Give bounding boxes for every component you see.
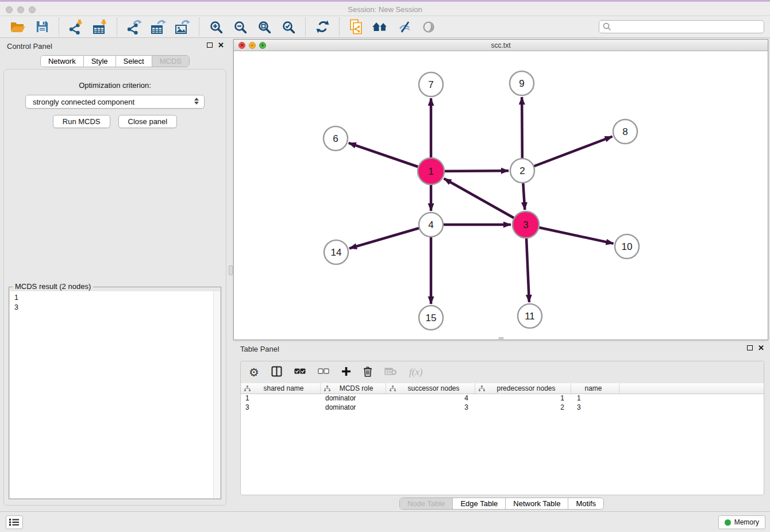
show-panels-button[interactable] — [6, 515, 23, 529]
new-network-file-button[interactable] — [348, 18, 365, 36]
import-table-button[interactable] — [91, 18, 109, 36]
cell-successor-nodes[interactable]: 3 — [386, 403, 475, 413]
graph-node-label: 7 — [428, 79, 433, 90]
float-panel-icon[interactable] — [207, 43, 213, 48]
result-scrollbar[interactable] — [213, 291, 220, 498]
criterion-dropdown-value: strongly connected component — [33, 98, 134, 106]
tab-motifs[interactable]: Motifs — [568, 498, 603, 509]
tab-node-table[interactable]: Node Table — [400, 498, 453, 509]
list-icon — [9, 518, 20, 526]
network-graph[interactable]: 7968124314101511 — [234, 51, 768, 340]
cell-predecessor-nodes[interactable]: 2 — [475, 403, 571, 413]
fit-content-button[interactable] — [256, 18, 273, 36]
network-canvas[interactable]: 7968124314101511 — [234, 51, 768, 340]
zoom-in-button[interactable] — [207, 18, 225, 36]
import-network-button[interactable] — [67, 18, 84, 36]
column-header-name[interactable]: name — [571, 383, 619, 394]
zoom-in-icon — [209, 20, 223, 34]
close-panel-button[interactable]: Close panel — [118, 115, 178, 128]
graph-node-label: 4 — [428, 219, 433, 230]
deselect-all-button[interactable] — [318, 367, 329, 377]
memory-status-icon — [725, 519, 731, 526]
show-view-button[interactable] — [420, 18, 437, 36]
save-session-button[interactable] — [33, 18, 51, 36]
graph-edge-2-8[interactable] — [522, 137, 613, 171]
tree-icon — [324, 385, 330, 392]
cell-successor-nodes[interactable]: 4 — [386, 394, 475, 403]
split-divider-grip[interactable] — [229, 265, 233, 275]
open-file-button[interactable] — [9, 18, 26, 36]
mcds-result-item[interactable]: 3 — [14, 303, 220, 313]
memory-label: Memory — [734, 518, 759, 526]
column-header-predecessor-nodes[interactable]: predecessor nodes — [475, 383, 571, 394]
tab-network[interactable]: Network — [41, 56, 84, 67]
tab-mcds[interactable]: MCDS — [152, 56, 189, 67]
toolbar-separator — [339, 18, 340, 36]
table-row[interactable]: 3 dominator 3 2 3 — [241, 403, 764, 413]
table-panel-title: Table Panel — [240, 345, 279, 353]
close-table-panel-icon[interactable]: ✕ — [758, 345, 764, 351]
cell-name[interactable]: 3 — [571, 403, 619, 413]
search-input[interactable] — [599, 20, 764, 33]
column-header-successor-nodes[interactable]: successor nodes — [386, 383, 475, 394]
float-table-panel-icon[interactable] — [747, 345, 753, 350]
table-settings-button[interactable]: ⚙ — [249, 367, 259, 378]
add-column-button[interactable] — [341, 367, 351, 379]
zoom-out-button[interactable] — [232, 18, 249, 36]
mcds-result-list[interactable]: 1 3 — [10, 291, 220, 498]
select-all-button[interactable] — [294, 367, 306, 377]
cell-shared-name[interactable]: 1 — [241, 394, 321, 403]
search-icon — [603, 22, 611, 31]
memory-button[interactable]: Memory — [718, 515, 765, 529]
mcds-result-item[interactable]: 1 — [14, 293, 220, 303]
column-header-shared-name[interactable]: shared name — [241, 383, 321, 394]
tab-edge-table[interactable]: Edge Table — [453, 498, 506, 509]
home-button[interactable] — [372, 18, 389, 36]
run-mcds-button[interactable]: Run MCDS — [53, 115, 110, 128]
cell-mcds-role[interactable]: dominator — [321, 403, 386, 413]
node-table-container: ⚙ — [240, 361, 764, 495]
refresh-icon — [315, 20, 330, 34]
show-columns-button[interactable] — [271, 366, 282, 379]
column-header-mcds-role[interactable]: MCDS role — [321, 383, 386, 394]
delete-table-button[interactable] — [384, 367, 397, 378]
homes-icon — [372, 21, 389, 33]
tree-icon — [479, 385, 485, 392]
tab-style[interactable]: Style — [84, 56, 116, 67]
apply-layout-button[interactable] — [314, 18, 331, 36]
tree-icon — [244, 385, 251, 392]
tab-network-table[interactable]: Network Table — [506, 498, 568, 509]
control-panel: Control Panel ✕ Network Style Select MCD… — [0, 39, 230, 508]
toolbar-separator — [199, 18, 199, 36]
close-panel-icon[interactable]: ✕ — [218, 42, 224, 48]
graph-node-label: 9 — [519, 78, 524, 89]
trash-icon — [363, 366, 372, 377]
mcds-panel: Optimization criterion: strongly connect… — [3, 69, 226, 506]
export-table-button[interactable] — [149, 18, 167, 36]
network-window-titlebar[interactable]: ✕ − + scc.txt — [234, 40, 768, 51]
cell-name[interactable]: 1 — [571, 394, 619, 403]
delete-column-button[interactable] — [363, 366, 372, 379]
zoom-selected-button[interactable] — [280, 18, 297, 36]
tree-icon — [390, 385, 396, 392]
export-image-button[interactable] — [174, 18, 191, 36]
cell-mcds-role[interactable]: dominator — [321, 394, 386, 403]
window-titlebar: Session: New Session — [0, 0, 770, 16]
network-resize-grip[interactable] — [499, 337, 503, 340]
network-export-icon — [126, 20, 142, 34]
table-panel: Table Panel ✕ ⚙ — [233, 342, 770, 511]
unchecked-boxes-icon — [318, 367, 329, 375]
cell-shared-name[interactable]: 3 — [241, 403, 321, 413]
cell-predecessor-nodes[interactable]: 1 — [475, 394, 571, 403]
graph-edge-3-1[interactable] — [444, 179, 526, 225]
hide-style-button[interactable] — [396, 18, 413, 36]
function-builder-button[interactable]: f(x) — [409, 367, 423, 378]
table-row[interactable]: 1 dominator 4 1 1 — [241, 394, 764, 403]
criterion-dropdown[interactable]: strongly connected component — [25, 95, 205, 109]
graph-node-label: 1 — [428, 166, 433, 177]
graph-node-label: 14 — [331, 247, 342, 258]
tab-select[interactable]: Select — [116, 56, 152, 67]
export-network-button[interactable] — [125, 18, 143, 36]
toolbar-separator — [305, 18, 306, 36]
floppy-disk-icon — [36, 20, 49, 33]
